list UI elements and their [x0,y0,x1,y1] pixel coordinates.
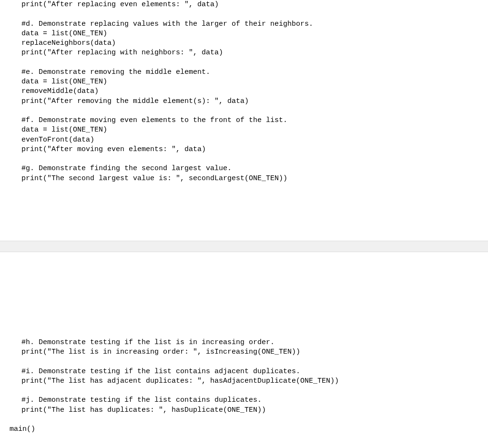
code-line: #j. Demonstrate testing if the list cont… [21,396,262,404]
code-line: #h. Demonstrate testing if the list is i… [21,338,274,346]
code-line: evenToFront(data) [21,136,94,144]
code-line: print("The list is in increasing order: … [21,348,300,356]
page-separator [0,241,488,252]
code-line: data = list(ONE_TEN) [21,78,107,86]
code-line: print("The list has duplicates: ", hasDu… [21,406,266,414]
code-block-bottom-main: main() [0,425,488,434]
page: print("After replacing even elements: ",… [0,0,488,434]
code-line: data = list(ONE_TEN) [21,126,107,134]
code-line: #e. Demonstrate removing the middle elem… [21,68,210,76]
page-gap-bottom [0,252,488,338]
code-line: #i. Demonstrate testing if the list cont… [21,367,300,376]
code-line: main() [10,425,35,433]
code-line: print("The list has adjacent duplicates:… [21,377,339,385]
code-line: #f. Demonstrate moving even elements to … [21,116,287,124]
code-block-top: print("After replacing even elements: ",… [0,0,488,183]
code-line: print("After moving even elements: ", da… [21,145,206,153]
code-line: replaceNeighbors(data) [21,39,116,47]
code-line: print("After replacing even elements: ",… [21,0,219,9]
code-line: #d. Demonstrate replacing values with th… [21,20,313,28]
code-line: #g. Demonstrate finding the second large… [21,164,232,173]
code-line: removeMiddle(data) [21,87,99,95]
code-line: print("The second largest value is: ", s… [21,174,287,183]
page-gap-top [0,183,488,241]
code-block-bottom-indented: #h. Demonstrate testing if the list is i… [0,338,488,425]
code-line: data = list(ONE_TEN) [21,30,107,38]
code-line: print("After removing the middle element… [21,97,249,105]
code-line: print("After replacing with neighbors: "… [21,49,223,57]
